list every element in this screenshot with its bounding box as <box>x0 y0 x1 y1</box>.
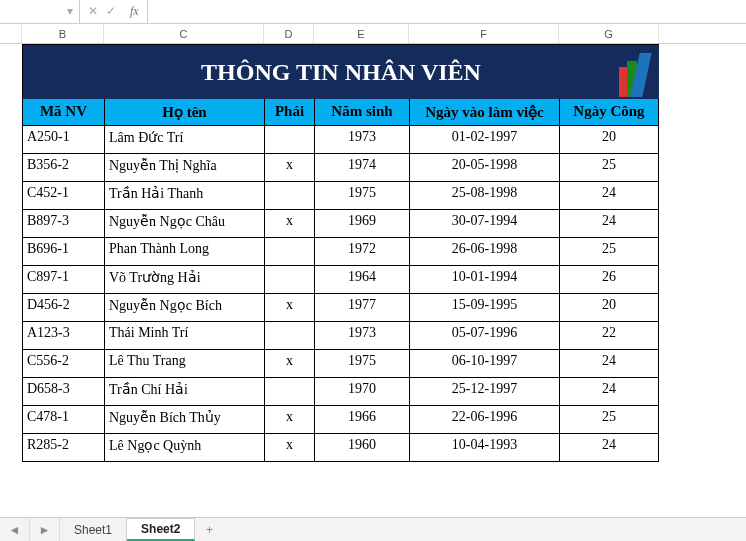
th-nam-sinh[interactable]: Năm sinh <box>314 99 409 126</box>
cell-ho_ten[interactable]: Phan Thành Long <box>104 238 264 266</box>
cell-phai[interactable] <box>264 182 314 210</box>
cell-ngay_vao[interactable]: 25-08-1998 <box>409 182 559 210</box>
cell-ngay_vao[interactable]: 26-06-1998 <box>409 238 559 266</box>
cell-phai[interactable]: x <box>264 406 314 434</box>
cell-ngay_cong[interactable]: 20 <box>559 294 659 322</box>
col-header-f[interactable]: F <box>409 24 559 43</box>
col-header-g[interactable]: G <box>559 24 659 43</box>
cell-ngay_vao[interactable]: 05-07-1996 <box>409 322 559 350</box>
cell-ma_nv[interactable]: B696-1 <box>22 238 104 266</box>
cell-ho_ten[interactable]: Võ Trường Hải <box>104 266 264 294</box>
cell-phai[interactable] <box>264 266 314 294</box>
select-all-corner[interactable] <box>0 24 22 43</box>
th-ngay-cong[interactable]: Ngày Công <box>559 99 659 126</box>
col-header-d[interactable]: D <box>264 24 314 43</box>
cell-ma_nv[interactable]: C897-1 <box>22 266 104 294</box>
cell-ngay_vao[interactable]: 20-05-1998 <box>409 154 559 182</box>
cell-nam_sinh[interactable]: 1973 <box>314 322 409 350</box>
cell-ho_ten[interactable]: Nguyễn Thị Nghĩa <box>104 154 264 182</box>
cell-ho_ten[interactable]: Trần Hải Thanh <box>104 182 264 210</box>
cell-nam_sinh[interactable]: 1977 <box>314 294 409 322</box>
cell-nam_sinh[interactable]: 1966 <box>314 406 409 434</box>
th-ma-nv[interactable]: Mã NV <box>22 99 104 126</box>
cell-ngay_cong[interactable]: 20 <box>559 126 659 154</box>
cell-phai[interactable] <box>264 126 314 154</box>
cell-nam_sinh[interactable]: 1970 <box>314 378 409 406</box>
cell-ngay_vao[interactable]: 30-07-1994 <box>409 210 559 238</box>
cell-ma_nv[interactable]: D456-2 <box>22 294 104 322</box>
dropdown-icon[interactable]: ▾ <box>67 4 73 19</box>
cell-ngay_cong[interactable]: 24 <box>559 434 659 462</box>
banner-row[interactable]: THÔNG TIN NHÂN VIÊN <box>22 44 659 99</box>
tab-nav-right[interactable]: ► <box>30 518 60 541</box>
cell-ho_ten[interactable]: Trần Chí Hải <box>104 378 264 406</box>
cell-ngay_vao[interactable]: 01-02-1997 <box>409 126 559 154</box>
cancel-icon[interactable]: ✕ <box>88 4 98 19</box>
cell-nam_sinh[interactable]: 1973 <box>314 126 409 154</box>
cell-ho_ten[interactable]: Lê Thu Trang <box>104 350 264 378</box>
cell-ma_nv[interactable]: R285-2 <box>22 434 104 462</box>
cell-ma_nv[interactable]: B897-3 <box>22 210 104 238</box>
cell-ngay_vao[interactable]: 06-10-1997 <box>409 350 559 378</box>
cell-ngay_vao[interactable]: 15-09-1995 <box>409 294 559 322</box>
cell-nam_sinh[interactable]: 1972 <box>314 238 409 266</box>
cell-ngay_cong[interactable]: 24 <box>559 210 659 238</box>
cell-phai[interactable]: x <box>264 210 314 238</box>
cell-ma_nv[interactable]: C452-1 <box>22 182 104 210</box>
cell-ho_ten[interactable]: Lê Ngọc Quỳnh <box>104 434 264 462</box>
tab-nav-left[interactable]: ◄ <box>0 518 30 541</box>
cell-ho_ten[interactable]: Nguyễn Ngọc Bích <box>104 294 264 322</box>
cell-ngay_cong[interactable]: 25 <box>559 238 659 266</box>
cell-ngay_cong[interactable]: 25 <box>559 406 659 434</box>
cell-ngay_vao[interactable]: 25-12-1997 <box>409 378 559 406</box>
name-box[interactable]: ▾ <box>0 0 80 23</box>
cell-ngay_cong[interactable]: 22 <box>559 322 659 350</box>
table-row: C478-1Nguyễn Bích Thủyx196622-06-199625 <box>22 406 659 434</box>
cell-ngay_cong[interactable]: 24 <box>559 182 659 210</box>
tab-sheet1[interactable]: Sheet1 <box>60 518 127 541</box>
cell-ngay_vao[interactable]: 22-06-1996 <box>409 406 559 434</box>
cell-phai[interactable]: x <box>264 154 314 182</box>
cell-ma_nv[interactable]: D658-3 <box>22 378 104 406</box>
cell-nam_sinh[interactable]: 1974 <box>314 154 409 182</box>
cell-phai[interactable] <box>264 238 314 266</box>
cell-phai[interactable] <box>264 378 314 406</box>
banner-title: THÔNG TIN NHÂN VIÊN <box>201 59 481 86</box>
cell-phai[interactable] <box>264 322 314 350</box>
th-ho-ten[interactable]: Họ tên <box>104 99 264 126</box>
cell-ho_ten[interactable]: Nguyễn Ngọc Châu <box>104 210 264 238</box>
formula-input[interactable] <box>148 0 746 23</box>
cell-phai[interactable]: x <box>264 350 314 378</box>
cell-ngay_cong[interactable]: 25 <box>559 154 659 182</box>
cell-ho_ten[interactable]: Thái Minh Trí <box>104 322 264 350</box>
tab-add[interactable]: + <box>195 518 223 541</box>
table-row: C452-1Trần Hải Thanh197525-08-199824 <box>22 182 659 210</box>
th-phai[interactable]: Phái <box>264 99 314 126</box>
cell-nam_sinh[interactable]: 1964 <box>314 266 409 294</box>
fx-label[interactable]: fx <box>130 4 139 19</box>
cell-ho_ten[interactable]: Lâm Đức Trí <box>104 126 264 154</box>
col-header-e[interactable]: E <box>314 24 409 43</box>
col-header-b[interactable]: B <box>22 24 104 43</box>
cell-ma_nv[interactable]: B356-2 <box>22 154 104 182</box>
cell-ngay_vao[interactable]: 10-01-1994 <box>409 266 559 294</box>
th-ngay-vao[interactable]: Ngày vào làm việc <box>409 99 559 126</box>
cell-ngay_cong[interactable]: 26 <box>559 266 659 294</box>
cell-nam_sinh[interactable]: 1975 <box>314 182 409 210</box>
cell-phai[interactable]: x <box>264 294 314 322</box>
cell-ma_nv[interactable]: C556-2 <box>22 350 104 378</box>
cell-ma_nv[interactable]: C478-1 <box>22 406 104 434</box>
cell-nam_sinh[interactable]: 1969 <box>314 210 409 238</box>
cell-ngay_cong[interactable]: 24 <box>559 378 659 406</box>
cell-ngay_vao[interactable]: 10-04-1993 <box>409 434 559 462</box>
cell-nam_sinh[interactable]: 1975 <box>314 350 409 378</box>
cell-ho_ten[interactable]: Nguyễn Bích Thủy <box>104 406 264 434</box>
cell-phai[interactable]: x <box>264 434 314 462</box>
cell-ma_nv[interactable]: A250-1 <box>22 126 104 154</box>
confirm-icon[interactable]: ✓ <box>106 4 116 19</box>
cell-nam_sinh[interactable]: 1960 <box>314 434 409 462</box>
tab-sheet2[interactable]: Sheet2 <box>127 518 195 541</box>
col-header-c[interactable]: C <box>104 24 264 43</box>
cell-ma_nv[interactable]: A123-3 <box>22 322 104 350</box>
cell-ngay_cong[interactable]: 24 <box>559 350 659 378</box>
